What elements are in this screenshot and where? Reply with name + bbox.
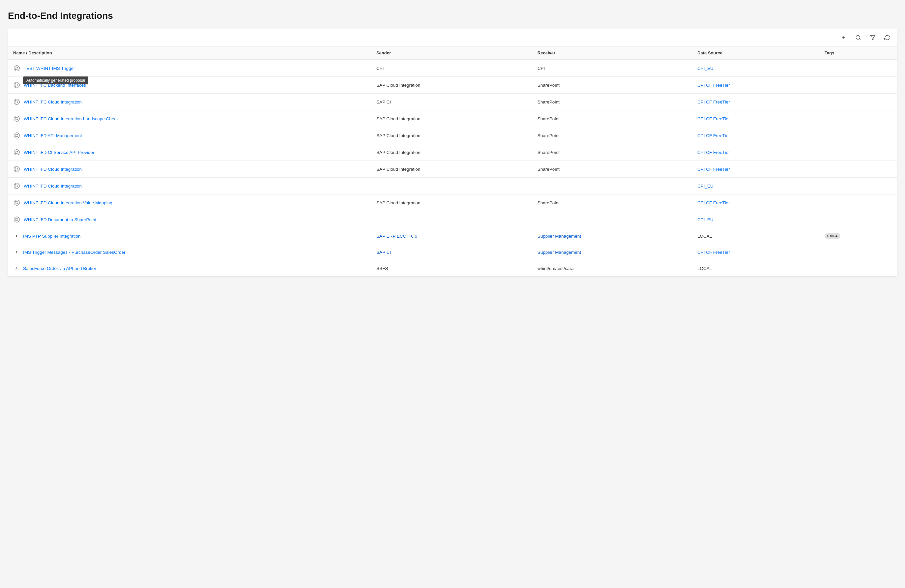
datasource-value: LOCAL <box>697 266 712 271</box>
svg-line-7 <box>17 66 19 68</box>
datasource-link[interactable]: CPI_EU <box>697 217 713 222</box>
receiver-value: whint/em/test/sara <box>538 266 574 271</box>
sender-value: SAP Cloud Integration <box>376 116 420 121</box>
name-cell: WHINT IFD Document to SharePoint <box>8 211 371 228</box>
datasource-link[interactable]: CPI CF FreeTier <box>697 83 730 88</box>
tags-cell <box>819 261 897 277</box>
receiver-value: SharePoint <box>538 83 560 88</box>
svg-line-38 <box>15 153 16 154</box>
integration-name[interactable]: WHINT IFD API Management <box>24 133 82 138</box>
integration-name[interactable]: IMS PTP Supplier Integration <box>23 234 81 238</box>
integration-icon <box>13 81 21 89</box>
integration-name[interactable]: WHINT IFC Backend Interfaces <box>24 83 86 88</box>
svg-line-18 <box>17 103 19 104</box>
datasource-cell: CPI CF FreeTier <box>692 127 819 144</box>
svg-line-31 <box>17 133 19 135</box>
sender-value: SSFS <box>376 266 388 271</box>
receiver-cell <box>532 178 692 194</box>
receiver-cell: SharePoint <box>532 94 692 110</box>
col-datasource: Data Source <box>692 46 819 60</box>
integration-name[interactable]: WHINT IFC Cloud Integration <box>24 100 82 105</box>
sender-cell: SAP Cloud Integration <box>371 194 532 211</box>
page-container: End-to-End Integrations + <box>0 0 905 588</box>
expand-icon[interactable] <box>13 233 20 239</box>
tags-cell <box>819 161 897 178</box>
datasource-cell: CPI CF FreeTier <box>692 94 819 110</box>
integration-name[interactable]: WHINT IFD Cloud Integration <box>24 167 82 172</box>
name-cell: WHINT IFC Cloud Integration Landscape Ch… <box>8 110 371 127</box>
datasource-cell: CPI_EU <box>692 60 819 77</box>
page-title: End-to-End Integrations <box>8 11 897 21</box>
sender-link[interactable]: SAP ERP ECC # 6.0 <box>376 234 417 238</box>
table-row: WHINT IFC Cloud IntegrationSAP CISharePo… <box>8 94 897 110</box>
sender-value: SAP Cloud Integration <box>376 133 420 138</box>
svg-line-29 <box>15 133 16 135</box>
integration-name[interactable]: SalesForce Order via API and Broker <box>23 266 96 271</box>
svg-line-8 <box>15 69 16 70</box>
integration-icon <box>13 98 21 105</box>
receiver-link[interactable]: Supplier Management <box>538 234 581 238</box>
sender-value: SAP Cloud Integration <box>376 83 420 88</box>
receiver-value: SharePoint <box>538 167 560 172</box>
datasource-link[interactable]: CPI CF FreeTier <box>697 150 730 155</box>
add-button[interactable]: + <box>839 33 848 42</box>
receiver-link[interactable]: Supplier Management <box>538 250 581 255</box>
svg-line-24 <box>17 119 19 121</box>
datasource-link[interactable]: CPI CF FreeTier <box>697 100 730 105</box>
tags-cell <box>819 144 897 161</box>
svg-line-62 <box>15 220 16 221</box>
datasource-link[interactable]: CPI_EU <box>697 184 713 189</box>
tags-cell: EMEA <box>819 228 897 244</box>
tags-cell <box>819 127 897 144</box>
expand-icon[interactable] <box>13 265 20 272</box>
table-row: WHINT IFD CI Service API ProviderSAP Clo… <box>8 144 897 161</box>
name-cell: IMS Trigger Messages - PurchaseOrder Sal… <box>8 244 371 261</box>
datasource-link[interactable]: CPI CF FreeTier <box>697 167 730 172</box>
svg-line-54 <box>17 203 19 205</box>
svg-line-26 <box>15 119 16 121</box>
integration-name[interactable]: WHINT IFD Cloud Integration Value Mappin… <box>24 200 113 205</box>
svg-line-12 <box>17 86 19 87</box>
sender-link[interactable]: SAP CI <box>376 250 391 255</box>
integration-icon <box>13 182 21 189</box>
svg-line-20 <box>15 103 16 104</box>
svg-line-37 <box>17 150 19 152</box>
receiver-cell: SharePoint <box>532 194 692 211</box>
sender-cell: SAP Cloud Integration <box>371 110 532 127</box>
receiver-cell: Supplier Management <box>532 228 692 244</box>
svg-line-61 <box>17 218 19 219</box>
tags-cell <box>819 244 897 261</box>
svg-line-47 <box>15 184 16 185</box>
svg-line-49 <box>17 184 19 185</box>
svg-line-60 <box>17 220 19 221</box>
integration-name[interactable]: WHINT IFD Cloud Integration <box>24 184 82 189</box>
svg-line-11 <box>15 83 16 84</box>
svg-line-1 <box>859 38 860 40</box>
integration-name[interactable]: IMS Trigger Messages - PurchaseOrder Sal… <box>23 250 125 255</box>
datasource-link[interactable]: CPI_EU <box>697 66 713 71</box>
integration-icon <box>13 199 21 206</box>
integration-name[interactable]: WHINT IFD CI Service API Provider <box>24 150 94 155</box>
sender-cell: CPI <box>371 60 532 77</box>
receiver-value: CPI <box>538 66 545 71</box>
datasource-link[interactable]: CPI CF FreeTier <box>697 116 730 121</box>
svg-line-43 <box>17 167 19 168</box>
integration-name[interactable]: TEST WHINT IMS Trigger <box>24 66 75 71</box>
tags-cell <box>819 110 897 127</box>
search-button[interactable] <box>854 33 863 42</box>
integration-name[interactable]: WHINT IFC Cloud Integration Landscape Ch… <box>24 116 119 121</box>
datasource-link[interactable]: CPI CF FreeTier <box>697 133 730 138</box>
datasource-link[interactable]: CPI CF FreeTier <box>697 200 730 205</box>
filter-button[interactable] <box>868 33 877 42</box>
integration-icon <box>13 149 21 156</box>
datasource-cell: CPI CF FreeTier <box>692 77 819 94</box>
refresh-button[interactable] <box>883 33 892 42</box>
datasource-link[interactable]: CPI CF FreeTier <box>697 250 730 255</box>
integration-name[interactable]: WHINT IFD Document to SharePoint <box>24 217 96 222</box>
table-row: WHINT IFD Document to SharePointCPI_EU <box>8 211 897 228</box>
expand-icon[interactable] <box>13 249 20 256</box>
svg-line-30 <box>17 136 19 137</box>
col-tags: Tags <box>819 46 897 60</box>
col-receiver: Receiver <box>532 46 692 60</box>
name-cell: WHINT IFD Cloud Integration Value Mappin… <box>8 194 371 211</box>
